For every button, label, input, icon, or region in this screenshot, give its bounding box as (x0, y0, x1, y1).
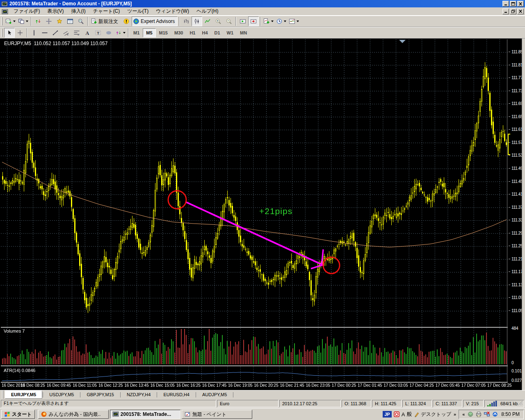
chart-shift-button[interactable] (248, 16, 259, 26)
tray-collapse-chevron[interactable]: « (461, 412, 466, 417)
ime-conversion-mode[interactable]: 般 (406, 411, 412, 418)
toolbar-grip-2[interactable] (1, 29, 2, 37)
chart-bars-button[interactable] (181, 16, 192, 26)
chart-tab-usdjpy-m5[interactable]: USDJPY,M5 (43, 391, 80, 398)
timeframe-h4-button[interactable]: H4 (199, 28, 211, 37)
timeframe-h1-button[interactable]: H1 (186, 28, 199, 37)
new-order-button[interactable]: 新規注文 (89, 16, 121, 26)
chart-tab-eurjpy-m5[interactable]: EURJPY,M5 (5, 390, 42, 399)
profiles-dropdown-caret[interactable] (26, 21, 28, 22)
menu-file[interactable]: ファイル(F) (10, 7, 43, 16)
toolbar-separator (87, 17, 88, 26)
market-watch-button[interactable] (33, 16, 43, 26)
vertical-line-button[interactable] (29, 28, 39, 38)
tray-messenger-icon[interactable] (492, 411, 498, 418)
templates-dropdown-caret[interactable] (297, 21, 299, 22)
task-button-metatrader[interactable]: 2001578: MetaTrade... (110, 410, 180, 419)
task-button-paint[interactable]: 無題 - ペイント (182, 410, 252, 419)
menu-view[interactable]: 表示(V) (43, 7, 67, 16)
new-chart-dropdown-caret[interactable] (13, 21, 16, 22)
text-button[interactable]: A (82, 28, 93, 38)
tab-separator (233, 392, 233, 397)
paint-icon (184, 411, 191, 418)
metaeditor-alert-button[interactable] (121, 16, 132, 26)
chart-ohlc-line: EURJPY,M5 110.052 110.057 110.049 110.05… (4, 41, 107, 46)
fibonacci-button[interactable]: F (71, 28, 82, 38)
zoom-in-button[interactable] (213, 16, 224, 26)
timeframe-w1-button[interactable]: W1 (224, 28, 237, 37)
indicators-button[interactable] (262, 16, 275, 26)
cursor-button[interactable] (4, 28, 15, 38)
status-bar: F1キーでヘルプが表示されます Euro 2010.12.17 02:25 O:… (0, 399, 525, 408)
tray-utility-icon[interactable] (467, 411, 474, 418)
menu-help[interactable]: ヘルプ(H) (193, 7, 222, 16)
start-button[interactable]: スタート (1, 410, 35, 419)
time-axis-label: 17 Dec 04:25 (409, 383, 434, 388)
text-label-button[interactable]: T (93, 28, 103, 38)
pips-annotation-label[interactable]: +21pips (259, 206, 292, 216)
data-window-button[interactable] (43, 16, 54, 26)
tray-printer-icon[interactable] (475, 411, 482, 418)
maximize-button[interactable] (510, 1, 516, 7)
profiles-button[interactable] (17, 16, 30, 26)
desktop-toolbar-label[interactable]: デスクトップ (421, 411, 451, 418)
chart-tab-audjpy-m5[interactable]: AUDJPY,M5 (196, 391, 233, 398)
fibonacci-icon: F (73, 30, 80, 36)
chart-tab-eurusd-h4[interactable]: EURUSD,H4 (158, 391, 195, 398)
new-chart-button[interactable] (4, 16, 17, 26)
mdi-minimize-button[interactable] (502, 9, 509, 14)
ime-language-badge[interactable]: JP (383, 411, 391, 418)
menu-tools[interactable]: ツール(T) (123, 7, 152, 16)
templates-icon (289, 18, 295, 25)
strategy-tester-button[interactable] (75, 16, 86, 26)
zoom-out-button[interactable] (224, 16, 234, 26)
mdi-restore-button[interactable] (510, 9, 516, 14)
periods-button[interactable] (275, 16, 288, 26)
chart-candles-button[interactable] (192, 16, 202, 26)
horizontal-line-button[interactable] (39, 28, 50, 38)
toolbar-grip[interactable] (1, 17, 2, 25)
menu-charts[interactable]: チャート(C) (89, 7, 124, 16)
menu-insert[interactable]: 挿入(I) (67, 7, 89, 16)
timeframe-m5-button[interactable]: M5 (143, 28, 155, 37)
arrow-objects-button[interactable] (114, 28, 127, 38)
menu-window[interactable]: ウィンドウ(W) (152, 7, 193, 16)
chart-tab-gbpjpy-m15[interactable]: GBPJPY,M15 (81, 391, 119, 398)
task-button-firefox[interactable]: みんなの外為 - 国内最.. (38, 410, 109, 419)
terminal-button[interactable] (65, 16, 75, 26)
minimize-button[interactable] (502, 1, 509, 7)
chart-canvas[interactable] (1, 39, 508, 389)
resize-grip[interactable] (518, 400, 523, 406)
periods-dropdown-caret[interactable] (284, 21, 286, 22)
close-button[interactable] (517, 1, 524, 7)
time-axis[interactable]: 16 Dec 201016 Dec 08:2516 Dec 09:4516 De… (1, 383, 508, 389)
ime-input-mode-a[interactable]: A (402, 411, 405, 418)
trend-line-button[interactable] (50, 28, 61, 38)
indicators-dropdown-caret[interactable] (271, 21, 274, 22)
expert-advisors-button[interactable]: Expert Advisors (132, 16, 178, 26)
ime-pad-pen-icon[interactable] (413, 411, 419, 418)
templates-button[interactable] (288, 16, 300, 26)
price-axis[interactable]: 484 0 0.1019 0.0279 111.855111.815111.77… (508, 39, 522, 390)
tray-network-error-icon[interactable] (484, 411, 490, 418)
timeframe-m30-button[interactable]: M30 (171, 28, 186, 37)
chart-line-button[interactable] (202, 16, 213, 26)
timeframe-m15-button[interactable]: M15 (156, 28, 171, 37)
ime-tool-icon[interactable] (393, 411, 400, 418)
tab-separator (43, 392, 43, 397)
atr-indicator-label: ATR(14) 0.0846 (4, 368, 35, 373)
navigator-button[interactable] (54, 16, 65, 26)
chart-tab-nzdjpy-h4[interactable]: NZDJPY,H4 (121, 391, 156, 398)
timeframe-mn-button[interactable]: MN (237, 28, 250, 37)
toolbar-separator (179, 17, 180, 26)
crosshair-button[interactable] (15, 28, 25, 38)
tabbar-grip[interactable] (2, 390, 3, 399)
ellipse-button[interactable] (103, 28, 114, 38)
timeframe-d1-button[interactable]: D1 (211, 28, 224, 37)
timeframe-m1-button[interactable]: M1 (130, 28, 143, 37)
equidistant-channel-button[interactable]: E (61, 28, 71, 38)
arrow-objects-dropdown-caret[interactable] (123, 32, 126, 34)
toolbar-expand-chevron[interactable]: » (453, 412, 457, 417)
auto-scroll-button[interactable] (237, 16, 248, 26)
mdi-close-button[interactable] (517, 9, 524, 14)
